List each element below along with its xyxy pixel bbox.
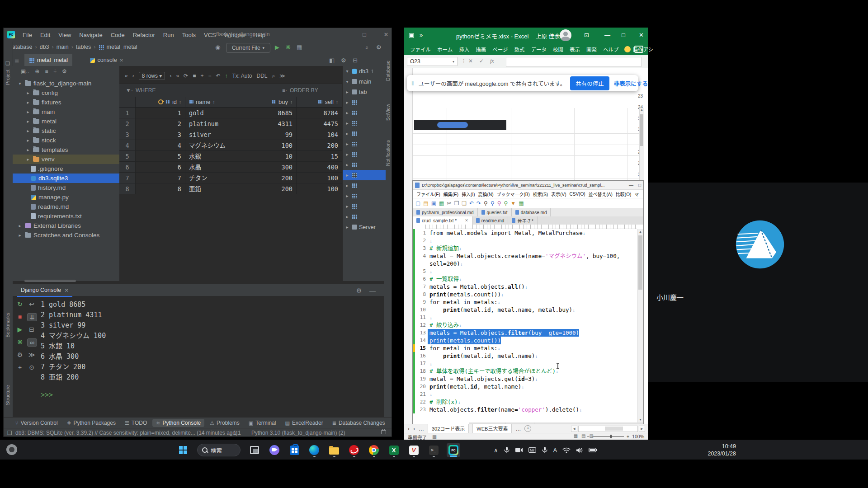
toolbar-icon[interactable]: ⚲ (497, 200, 501, 206)
table-row[interactable]: 11gold86858784 (119, 108, 342, 118)
pause-share-icon[interactable]: ‖ (411, 80, 414, 87)
chat-icon[interactable] (268, 443, 281, 457)
editor-menu-item[interactable]: 変換(N) (478, 191, 494, 197)
code-line[interactable]: 15for metal in metals:↓ (413, 344, 638, 352)
code-line[interactable]: 5↓ (413, 267, 638, 275)
cell-name[interactable]: 水晶 (185, 162, 253, 173)
tree-item-templates[interactable]: ▸templates (13, 145, 119, 155)
soft-wrap-icon[interactable]: ↩ (27, 300, 36, 308)
stripe-notifications[interactable]: Notifications (385, 140, 391, 166)
sheet-tabs-overflow[interactable]: … (515, 426, 521, 432)
console-tab[interactable]: Django Console✕ (17, 284, 72, 297)
orderby-label[interactable]: ORDER BY (290, 87, 318, 94)
db-table-node[interactable]: ▸ (343, 180, 386, 191)
tab-settings-icon[interactable]: ⚙ (341, 57, 346, 64)
formula-input[interactable] (506, 57, 642, 67)
cell-id[interactable]: 2 (136, 118, 185, 129)
hscroll-left-icon[interactable]: ◀ (571, 426, 577, 432)
hscroll-track[interactable] (578, 426, 638, 432)
ribbon-tab-ホーム[interactable]: ホーム (435, 44, 455, 54)
task-view-icon[interactable] (248, 443, 261, 457)
table-row[interactable]: 55水銀1015 (119, 151, 342, 162)
mic-icon[interactable] (504, 446, 510, 454)
column-header-sell[interactable]: sell↕ (297, 97, 342, 108)
chevron-right-icon[interactable]: ▸ (344, 131, 350, 136)
toolbar-icon[interactable]: ↷ (476, 200, 481, 206)
code-line[interactable]: 2↓ (413, 237, 638, 244)
tree-item-history-md[interactable]: history.md (13, 183, 119, 192)
cell-name[interactable]: platinum (185, 118, 253, 129)
last-page-icon[interactable]: » (176, 73, 179, 79)
cell-id[interactable]: 5 (136, 151, 185, 162)
pycharm-icon[interactable]: PC (447, 443, 460, 457)
worksheet-grid[interactable]: 2324252628293031323334353637383940414243… (404, 68, 644, 424)
table-row[interactable]: 77チタン200100 (119, 173, 342, 183)
console-settings-icon[interactable]: ⚙ (354, 287, 363, 294)
code-line[interactable]: 12# 絞り込み↓ (413, 321, 638, 329)
first-page-icon[interactable]: « (125, 73, 128, 79)
windows-icon[interactable] (176, 443, 190, 457)
page-layout-icon[interactable]: ▤ (581, 433, 585, 438)
code-line[interactable]: 3# 新規追加↓ (413, 244, 638, 252)
code-line[interactable]: 7metals = Metal.objects.all()↓ (413, 283, 638, 291)
tree-item--gitignore[interactable]: .gitignore (13, 164, 119, 174)
editor-scrollbar[interactable]: ▲▼ (637, 229, 643, 422)
ribbon-display-icon[interactable]: ⊡ (584, 32, 589, 38)
hide-banner-link[interactable]: 非表示にする (614, 79, 648, 88)
chevron-right-icon[interactable]: ▸ (25, 109, 31, 114)
cell-name[interactable]: 水銀 (185, 151, 253, 162)
add-row-icon[interactable]: + (200, 73, 203, 79)
code-line[interactable]: 19metal = Metal.objects.get(id=3)↓ (413, 375, 638, 383)
comments-icon[interactable] (634, 46, 643, 53)
chevron-right-icon[interactable]: ▸ (17, 233, 23, 238)
split-icon[interactable]: ◧ (329, 57, 335, 64)
collapse-all-icon[interactable]: ≡ (45, 68, 48, 75)
code-line[interactable]: 10 print(metal.id, metal.name, metal.buy… (413, 306, 638, 314)
delete-row-icon[interactable]: − (208, 73, 211, 79)
chevron-right-icon[interactable]: ▸ (344, 110, 350, 115)
ime-a-icon[interactable]: A (553, 447, 557, 454)
chevron-right-icon[interactable]: ▸ (344, 173, 350, 178)
rerun-icon[interactable]: ↻ (15, 300, 24, 308)
file-tab-crud-sample-txt[interactable]: crud_sample.txt✕ (413, 422, 469, 424)
excel-icon[interactable]: X (387, 443, 401, 457)
code-line[interactable]: 22# 削除(x)↓ (413, 398, 638, 406)
breadcrumb-item[interactable]: tables (76, 44, 91, 50)
editor-menu-item[interactable]: 並べ替え(A) (589, 191, 613, 197)
find-icon[interactable]: ⌕ (272, 73, 275, 79)
file-tab-queries.txt[interactable]: queries.txt (478, 208, 512, 216)
cell-name[interactable]: マグネシウム (185, 140, 253, 151)
file-tab-database.md[interactable]: database.md (512, 208, 551, 216)
console-close-icon[interactable]: ✕ (64, 287, 69, 294)
chevron-right-icon[interactable]: ▸ (17, 223, 23, 228)
menu-file[interactable]: File (19, 30, 36, 40)
ribbon-tab-ファイル[interactable]: ファイル (408, 44, 433, 54)
sheet-more-icon[interactable]: … (419, 426, 424, 432)
chevron-right-icon[interactable]: ▸ (344, 214, 350, 219)
db-node-db3[interactable]: ▾db31 (343, 66, 386, 76)
chevron-right-icon[interactable]: ▸ (25, 100, 31, 105)
toolbar-icon[interactable]: ↶ (469, 200, 474, 206)
revert-icon[interactable]: ↶ (216, 73, 220, 79)
search-input[interactable]: 検索 (197, 444, 241, 456)
editor-menu-item[interactable]: ファイル(F) (416, 191, 440, 197)
toolbar-icon[interactable]: ▢ (415, 200, 420, 206)
code-line[interactable]: 16 print(metal.id, metal.name)↓ (413, 352, 638, 360)
taskbar-clock[interactable]: 10:49 2023/01/28 (700, 443, 736, 457)
run-icon[interactable]: ▶ (15, 326, 24, 333)
cell-name[interactable]: 亜鉛 (185, 183, 253, 194)
column-header-buy[interactable]: buy↕ (253, 97, 297, 108)
cell-id[interactable]: 4 (136, 140, 185, 151)
sheet-prev-icon[interactable]: ‹ (408, 426, 410, 432)
code-line[interactable]: 13metals = Metal.objects.filter(buy__gte… (413, 329, 638, 337)
tool-tab-database-changes[interactable]: ≣Database Changes (329, 419, 389, 427)
keyboard-icon[interactable] (528, 447, 536, 453)
panel-settings-icon[interactable]: ⚙ (62, 68, 67, 75)
cell-buy[interactable]: 8685 (253, 108, 297, 118)
toolbar-icon[interactable]: ▤ (423, 200, 428, 206)
chevron-right-icon[interactable]: ▸ (344, 100, 350, 105)
excel-close-button[interactable]: ✕ (639, 32, 644, 38)
tree-item-stock[interactable]: ▸stock (13, 136, 119, 145)
cell-id[interactable]: 8 (136, 183, 185, 194)
tree-item-scratches-and-consoles[interactable]: ▸Scratches and Consoles (13, 230, 119, 240)
